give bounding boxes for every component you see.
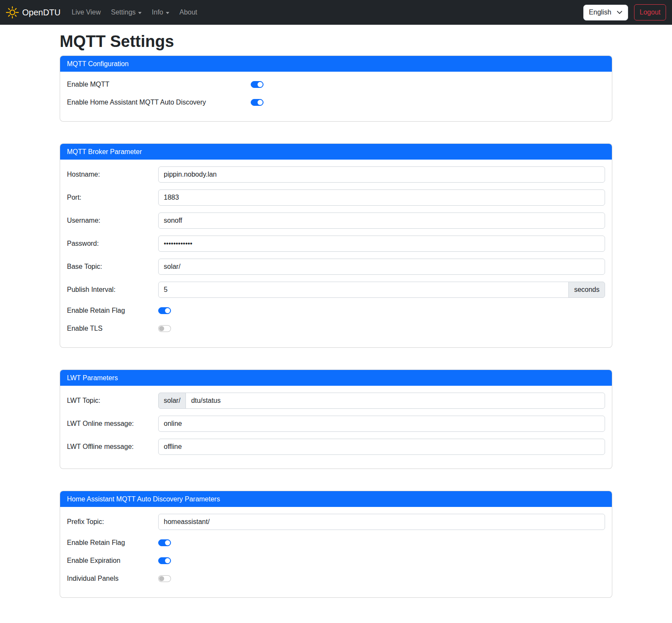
username-row: Username: <box>67 213 605 229</box>
username-label: Username: <box>67 217 158 224</box>
nav-item-about[interactable]: About <box>176 5 201 20</box>
prefix-topic-input[interactable] <box>158 514 605 530</box>
individual-panels-label: Individual Panels <box>67 575 158 582</box>
enable-ha-discovery-row: Enable Home Assistant MQTT Auto Discover… <box>67 96 605 108</box>
prefix-topic-label: Prefix Topic: <box>67 518 158 526</box>
mqtt-broker-card: MQTT Broker Parameter Hostname: Port: Us… <box>60 143 612 348</box>
nav-item-settings[interactable]: Settings <box>107 5 145 20</box>
nav-item-info-label: Info <box>152 9 163 16</box>
base-topic-row: Base Topic: <box>67 259 605 275</box>
brand-label: OpenDTU <box>22 8 61 17</box>
enable-ha-discovery-label: Enable Home Assistant MQTT Auto Discover… <box>67 99 251 106</box>
publish-interval-row: Publish Interval: seconds <box>67 282 605 298</box>
brand[interactable]: OpenDTU <box>6 6 61 19</box>
ha-expiration-row: Enable Expiration <box>67 555 605 567</box>
enable-ha-discovery-toggle[interactable] <box>251 99 264 106</box>
tls-label: Enable TLS <box>67 325 158 332</box>
username-input[interactable] <box>158 213 605 229</box>
page-title: MQTT Settings <box>60 32 612 51</box>
chevron-down-icon <box>166 12 169 14</box>
ha-retain-row: Enable Retain Flag <box>67 537 605 549</box>
top-navbar: OpenDTU Live View Settings Info About En… <box>0 0 672 25</box>
nav-item-live-view[interactable]: Live View <box>68 5 104 20</box>
password-label: Password: <box>67 240 158 247</box>
lwt-online-label: LWT Online message: <box>67 420 158 428</box>
ha-retain-label: Enable Retain Flag <box>67 539 158 547</box>
mqtt-configuration-card: MQTT Configuration Enable MQTT Enable Ho… <box>60 55 612 122</box>
chevron-down-icon <box>617 9 623 15</box>
nav-item-info[interactable]: Info <box>148 5 173 20</box>
lwt-offline-row: LWT Offline message: <box>67 439 605 455</box>
lwt-topic-row: LWT Topic: solar/ <box>67 393 605 409</box>
ha-discovery-header: Home Assistant MQTT Auto Discovery Param… <box>60 491 612 507</box>
publish-interval-unit: seconds <box>568 282 605 298</box>
lwt-offline-input[interactable] <box>158 439 605 455</box>
port-label: Port: <box>67 194 158 201</box>
language-select[interactable]: English <box>583 5 628 20</box>
ha-expiration-label: Enable Expiration <box>67 557 158 565</box>
nav-item-settings-label: Settings <box>111 9 136 16</box>
individual-panels-row: Individual Panels <box>67 573 605 585</box>
logout-button[interactable]: Logout <box>634 4 666 20</box>
nav-links: Live View Settings Info About <box>68 5 583 20</box>
individual-panels-toggle[interactable] <box>158 575 171 582</box>
enable-mqtt-toggle[interactable] <box>251 81 264 88</box>
ha-retain-toggle[interactable] <box>158 539 171 546</box>
sun-icon <box>6 6 19 19</box>
base-topic-label: Base Topic: <box>67 263 158 271</box>
retain-flag-row: Enable Retain Flag <box>67 305 605 317</box>
lwt-parameters-card: LWT Parameters LWT Topic: solar/ LWT Onl… <box>60 370 612 469</box>
hostname-input[interactable] <box>158 166 605 183</box>
language-select-value: English <box>589 9 611 16</box>
lwt-online-input[interactable] <box>158 416 605 432</box>
nav-item-live-view-label: Live View <box>72 9 101 16</box>
hostname-label: Hostname: <box>67 171 158 178</box>
chevron-down-icon <box>138 12 142 14</box>
lwt-topic-label: LWT Topic: <box>67 397 158 405</box>
lwt-parameters-header: LWT Parameters <box>60 370 612 386</box>
password-row: Password: <box>67 236 605 252</box>
hostname-row: Hostname: <box>67 166 605 183</box>
mqtt-configuration-header: MQTT Configuration <box>60 56 612 72</box>
prefix-topic-row: Prefix Topic: <box>67 514 605 530</box>
lwt-topic-input[interactable] <box>185 393 605 409</box>
retain-flag-label: Enable Retain Flag <box>67 307 158 314</box>
ha-expiration-toggle[interactable] <box>158 557 171 564</box>
base-topic-input[interactable] <box>158 259 605 275</box>
lwt-offline-label: LWT Offline message: <box>67 443 158 451</box>
ha-discovery-card: Home Assistant MQTT Auto Discovery Param… <box>60 491 612 598</box>
retain-flag-toggle[interactable] <box>158 307 171 314</box>
lwt-topic-prefix: solar/ <box>158 393 186 409</box>
tls-toggle[interactable] <box>158 325 171 332</box>
password-input[interactable] <box>158 236 605 252</box>
publish-interval-label: Publish Interval: <box>67 286 158 294</box>
enable-mqtt-label: Enable MQTT <box>67 81 251 88</box>
port-input[interactable] <box>158 189 605 206</box>
lwt-online-row: LWT Online message: <box>67 416 605 432</box>
nav-item-about-label: About <box>180 9 197 16</box>
mqtt-broker-header: MQTT Broker Parameter <box>60 144 612 160</box>
tls-row: Enable TLS <box>67 323 605 335</box>
publish-interval-input[interactable] <box>158 282 569 298</box>
port-row: Port: <box>67 189 605 206</box>
enable-mqtt-row: Enable MQTT <box>67 79 605 90</box>
